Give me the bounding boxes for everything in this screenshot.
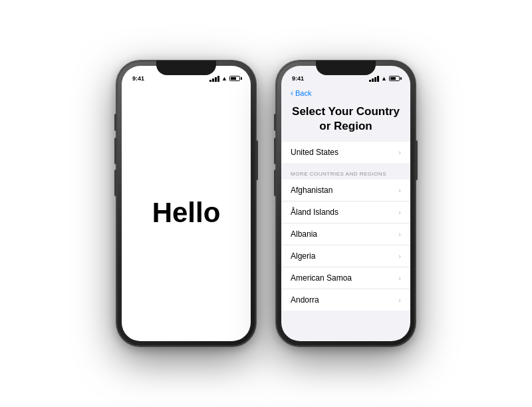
afghanistan-label: Afghanistan — [291, 186, 332, 195]
andorra-chevron-icon: › — [398, 296, 401, 304]
volume-up-button-right — [274, 138, 276, 164]
list-item-afghanistan[interactable]: Afghanistan › — [281, 180, 410, 202]
time-left: 9:41 — [132, 75, 144, 82]
battery-fill-right — [390, 77, 396, 80]
back-label: Back — [295, 89, 311, 97]
us-chevron-icon: › — [398, 148, 401, 156]
battery-fill-left — [231, 77, 236, 80]
signal-bar-r1 — [369, 80, 371, 82]
american-samoa-chevron-icon: › — [398, 274, 401, 282]
screen-right: 9:41 ▲ ‹ Back Select Your Country or Reg… — [281, 66, 410, 341]
hello-content: Hello — [122, 84, 251, 341]
albania-chevron-icon: › — [398, 230, 401, 238]
andorra-label: Andorra — [291, 295, 319, 305]
signal-bars-left — [209, 76, 219, 82]
aland-chevron-icon: › — [398, 208, 401, 216]
signal-bar-3 — [215, 77, 217, 82]
battery-icon-left — [229, 76, 240, 81]
wifi-icon-right: ▲ — [381, 75, 387, 82]
back-button[interactable]: ‹ Back — [281, 84, 410, 102]
signal-bar-r4 — [377, 76, 379, 82]
power-button — [256, 140, 258, 180]
battery-icon-right — [389, 76, 400, 81]
back-chevron-icon: ‹ — [291, 88, 293, 98]
screen-title: Select Your Country or Region — [281, 102, 410, 142]
signal-bars-right — [369, 76, 379, 82]
american-samoa-label: American Samoa — [291, 273, 352, 283]
phone-left: 9:41 ▲ Hello — [116, 61, 256, 346]
algeria-label: Algeria — [291, 251, 315, 261]
aland-label: Åland Islands — [291, 207, 338, 217]
list-item-us[interactable]: United States › — [281, 142, 410, 163]
albania-label: Albania — [291, 229, 317, 239]
featured-list: United States › — [281, 142, 410, 163]
notch-right — [316, 61, 376, 75]
list-item-albania[interactable]: Albania › — [281, 223, 410, 245]
algeria-chevron-icon: › — [398, 252, 401, 260]
notch-left — [156, 61, 216, 75]
time-right: 9:41 — [292, 75, 304, 82]
status-icons-right: ▲ — [369, 75, 400, 82]
us-label: United States — [291, 148, 338, 157]
list-item-aland[interactable]: Åland Islands › — [281, 202, 410, 223]
volume-down-button-right — [274, 170, 276, 196]
signal-bar-2 — [212, 78, 214, 82]
mute-button — [114, 114, 116, 131]
list-item-american-samoa[interactable]: American Samoa › — [281, 267, 410, 289]
list-item-algeria[interactable]: Algeria › — [281, 245, 410, 267]
more-section-header: MORE COUNTRIES AND REGIONS — [281, 166, 410, 180]
list-item-andorra[interactable]: Andorra › — [281, 289, 410, 311]
signal-bar-4 — [217, 76, 219, 82]
status-icons-left: ▲ — [209, 75, 240, 82]
wifi-icon: ▲ — [221, 75, 227, 82]
mute-button-right — [274, 114, 276, 131]
screen-left: 9:41 ▲ Hello — [122, 66, 251, 341]
volume-down-button — [114, 170, 116, 196]
signal-bar-r2 — [372, 78, 374, 82]
more-countries-list: Afghanistan › Åland Islands › Albania › … — [281, 180, 410, 311]
signal-bar-r3 — [374, 77, 376, 82]
signal-bar-1 — [209, 80, 211, 82]
power-button-right — [416, 140, 418, 180]
afghanistan-chevron-icon: › — [398, 186, 401, 194]
volume-up-button — [114, 138, 116, 164]
hello-text: Hello — [152, 197, 221, 229]
phone-right: 9:41 ▲ ‹ Back Select Your Country or Reg… — [276, 61, 416, 346]
